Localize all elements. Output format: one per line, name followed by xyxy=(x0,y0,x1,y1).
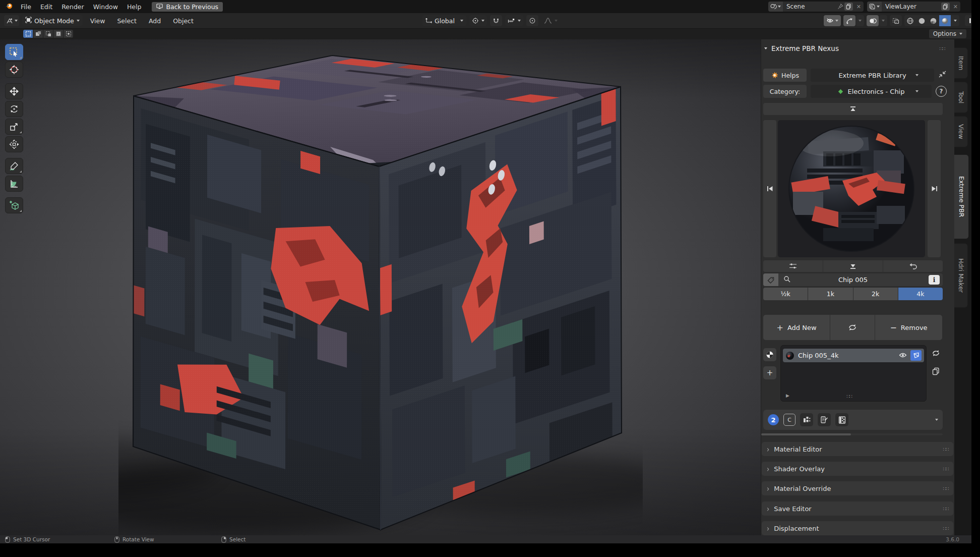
scene-copy-icon[interactable] xyxy=(844,3,853,11)
tool-annotate[interactable] xyxy=(5,158,23,174)
viewlayer-copy-icon[interactable] xyxy=(941,3,950,11)
material-datablock-icon[interactable] xyxy=(763,348,776,361)
scene-name[interactable]: Scene xyxy=(783,3,809,10)
pause-button[interactable] xyxy=(965,15,971,26)
category-select[interactable]: Electronics - Chip xyxy=(811,85,932,98)
blender-logo-icon[interactable] xyxy=(0,2,16,12)
section-drag-dots[interactable]: ∷∷ xyxy=(943,466,948,472)
tool-move[interactable] xyxy=(5,83,23,99)
menu-window[interactable]: Window xyxy=(89,0,122,13)
tab-view[interactable]: View xyxy=(954,116,968,147)
tool-add-primitive[interactable] xyxy=(5,197,23,213)
section-material-override[interactable]: › Material Override ∷∷ xyxy=(762,481,953,495)
material-slot-row[interactable]: Chip 005_4k xyxy=(783,349,924,362)
menu-help[interactable]: Help xyxy=(122,0,146,13)
next-material-button[interactable] xyxy=(928,120,941,257)
section-shader-overlay[interactable]: › Shader Overlay ∷∷ xyxy=(762,462,953,476)
material-name-value[interactable]: Chip 005 xyxy=(763,276,943,284)
shading-dropdown[interactable] xyxy=(951,15,959,26)
viewlayer-name[interactable]: ViewLayer xyxy=(882,3,920,10)
undo-button[interactable] xyxy=(883,260,943,272)
section-drag-dots[interactable]: ∷∷ xyxy=(943,447,948,452)
menu-render[interactable]: Render xyxy=(57,0,89,13)
panel-hscrollbar-thumb[interactable] xyxy=(761,433,851,435)
menu-select[interactable]: Select xyxy=(112,14,141,27)
scifi-cube-object[interactable] xyxy=(118,48,643,535)
slot-tools-collapse-icon[interactable] xyxy=(935,419,938,421)
section-drag-dots[interactable]: ∷∷ xyxy=(943,526,948,531)
tool-cursor[interactable] xyxy=(5,62,23,78)
panel-collapse-icon[interactable] xyxy=(764,47,767,49)
add-new-button[interactable]: + Add New xyxy=(763,315,830,340)
slot-expand-icon[interactable]: ▶ xyxy=(786,393,789,398)
tool-measure[interactable] xyxy=(5,176,23,192)
help-question-button[interactable]: ? xyxy=(936,86,947,97)
tab-extreme-pbr[interactable]: Extreme PBR xyxy=(954,154,969,239)
back-to-previous-button[interactable]: Back to Previous xyxy=(152,2,223,12)
xray-toggle[interactable] xyxy=(890,15,902,26)
snap-toggle[interactable] xyxy=(490,15,502,26)
shading-material-button[interactable] xyxy=(928,15,939,26)
shading-wireframe-button[interactable] xyxy=(904,15,916,26)
collapse-previews-button[interactable] xyxy=(763,103,943,115)
resolution-half-k[interactable]: ½k xyxy=(763,288,808,300)
previous-material-button[interactable] xyxy=(763,120,776,257)
transform-orientation-select[interactable]: Global xyxy=(422,15,466,26)
snap-target-select[interactable] xyxy=(505,15,523,26)
tool-transform[interactable] xyxy=(5,136,23,152)
tool-rotate[interactable] xyxy=(5,101,23,117)
section-displacement[interactable]: › Displacement ∷∷ xyxy=(762,521,953,535)
selectability-visibility-dropdown[interactable] xyxy=(824,15,841,26)
slot-copy-icon[interactable] xyxy=(930,365,942,377)
select-mode-set-button[interactable] xyxy=(23,30,33,38)
notes-icon[interactable] xyxy=(818,413,831,426)
select-mode-intersect-button[interactable] xyxy=(64,30,73,38)
tool-scale[interactable] xyxy=(5,119,23,135)
select-mode-extend-button[interactable] xyxy=(33,30,43,38)
remove-button[interactable]: − Remove xyxy=(875,315,942,340)
section-save-editor[interactable]: › Save Editor ∷∷ xyxy=(762,502,953,516)
select-mode-invert-button[interactable] xyxy=(53,30,63,38)
slot-refresh-icon[interactable] xyxy=(930,347,942,359)
material-preview[interactable] xyxy=(778,120,925,257)
proportional-editing-toggle[interactable] xyxy=(526,15,538,26)
helps-button[interactable]: Helps xyxy=(763,69,807,82)
panel-drag-dots[interactable]: ∷∷ xyxy=(939,46,945,51)
scene-unlink-icon[interactable]: ✕ xyxy=(854,4,864,10)
viewlayer-remove-icon[interactable]: ✕ xyxy=(951,4,960,10)
add-slot-button[interactable]: + xyxy=(763,366,776,379)
proportional-falloff-select[interactable] xyxy=(541,15,560,26)
menu-object[interactable]: Object xyxy=(168,14,198,27)
preview-settings-button[interactable] xyxy=(763,260,823,272)
scene-selector[interactable]: Scene ✕ xyxy=(768,2,864,12)
tab-tool[interactable]: Tool xyxy=(954,82,968,113)
overlays-dropdown[interactable] xyxy=(879,15,887,26)
gizmos-toggle[interactable] xyxy=(843,15,855,26)
scene-datablock-icon[interactable] xyxy=(768,2,783,12)
editor-type-button[interactable] xyxy=(4,15,19,26)
panel-header[interactable]: Extreme PBR Nexus ∷∷ xyxy=(764,44,952,52)
material-slot-name[interactable]: Chip 005_4k xyxy=(798,352,838,359)
shading-solid-button[interactable] xyxy=(916,15,928,26)
options-dropdown[interactable]: Options xyxy=(929,29,966,38)
pin-icon[interactable] xyxy=(837,2,843,12)
material-slot-list[interactable]: Chip 005_4k ▶ ∷∷ xyxy=(780,345,927,402)
section-material-editor[interactable]: › Material Editor ∷∷ xyxy=(762,442,953,456)
menu-add[interactable]: Add xyxy=(144,14,165,27)
panel-hscrollbar[interactable] xyxy=(761,433,943,435)
select-mode-subtract-button[interactable] xyxy=(43,30,53,38)
overlays-toggle[interactable] xyxy=(867,15,879,26)
resolution-2k[interactable]: 2k xyxy=(853,288,898,300)
mode-selector[interactable]: Object Mode xyxy=(22,15,83,26)
c-button[interactable]: C xyxy=(783,414,795,426)
collapse-panel-icon[interactable] xyxy=(938,70,947,80)
viewlayer-selector[interactable]: ViewLayer ✕ xyxy=(867,2,960,12)
viewlayer-icon[interactable] xyxy=(867,2,882,12)
gizmos-dropdown[interactable] xyxy=(856,15,864,26)
tab-item[interactable]: Item xyxy=(954,47,968,79)
eye-icon[interactable] xyxy=(899,351,907,360)
library-select[interactable]: Extreme PBR Library xyxy=(811,69,934,82)
menu-edit[interactable]: Edit xyxy=(36,0,57,13)
menu-file[interactable]: File xyxy=(16,0,36,13)
tool-select-box[interactable] xyxy=(5,44,23,60)
